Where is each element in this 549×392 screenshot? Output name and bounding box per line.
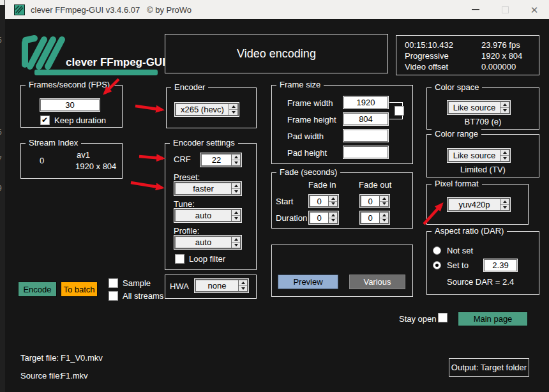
- output-target-folder-button[interactable]: Output: Target folder: [449, 358, 529, 377]
- color-space-spin-down[interactable]: [500, 107, 509, 113]
- fps-input[interactable]: [40, 99, 100, 111]
- spin-up-icon: [503, 103, 507, 106]
- encoder-spin-up[interactable]: [229, 104, 237, 109]
- fade-in-duration-up[interactable]: [329, 213, 337, 218]
- color-space-select[interactable]: Like source: [447, 100, 511, 115]
- main-page-button[interactable]: Main page: [458, 312, 528, 326]
- spin-up-icon: [382, 214, 386, 216]
- app-window: clever FFmpeg-GUI v3.4.6.07 © by ProWo ✕…: [5, 0, 549, 392]
- background-window-sliver: [0, 0, 4, 5]
- background-window-strip: 5 5 7 9: [0, 0, 5, 392]
- frame-height-input[interactable]: [343, 113, 388, 125]
- preset-select[interactable]: faster: [174, 181, 242, 196]
- profile-spin-up[interactable]: [232, 237, 240, 242]
- encoder-select[interactable]: x265 (hevc): [174, 102, 239, 117]
- stream-index-legend: Stream Index: [26, 138, 81, 148]
- fade-duration-label: Duration: [276, 213, 307, 223]
- fade-out-start-down[interactable]: [380, 201, 388, 207]
- keep-duration-label: Keep duration: [54, 116, 106, 125]
- fade-in-start-down[interactable]: [329, 201, 337, 207]
- preset-label: Preset:: [174, 172, 200, 182]
- color-range-select[interactable]: Like source: [447, 148, 511, 163]
- color-space-spin-up[interactable]: [500, 102, 509, 107]
- aspect-not-set-radio[interactable]: [433, 246, 441, 255]
- encode-button[interactable]: Encode: [18, 282, 57, 297]
- fade-in-start-up[interactable]: [329, 196, 337, 201]
- pixel-format-spin-down[interactable]: [500, 204, 509, 210]
- aspect-dar-input[interactable]: [484, 259, 517, 271]
- frame-width-input[interactable]: [343, 96, 388, 109]
- color-range-spin-up[interactable]: [500, 150, 509, 155]
- hwa-select[interactable]: none: [194, 278, 249, 293]
- stay-open-checkbox[interactable]: [438, 313, 447, 322]
- preset-spin-up[interactable]: [232, 183, 240, 188]
- fade-in-duration-spinner[interactable]: 0: [308, 211, 339, 225]
- stream-codec: av1: [77, 150, 90, 160]
- spin-up-icon: [234, 211, 238, 214]
- all-streams-checkbox[interactable]: [109, 291, 118, 301]
- pixel-format-select[interactable]: yuv420p: [447, 197, 511, 212]
- sample-label: Sample: [123, 278, 151, 288]
- keep-duration-checkbox[interactable]: [40, 116, 50, 125]
- hwa-label: HWA: [170, 282, 189, 291]
- aspect-set-to-radio[interactable]: [433, 261, 441, 269]
- color-range-detail: Limited (TV): [426, 165, 539, 174]
- arrow-encoder: [135, 106, 162, 110]
- crf-spin-up[interactable]: [232, 155, 240, 160]
- tune-spin-down[interactable]: [232, 215, 240, 221]
- encoder-legend: Encoder: [171, 82, 208, 93]
- source-dar-label: Source DAR = 2.4: [447, 277, 514, 287]
- fade-in-duration-down[interactable]: [329, 218, 337, 223]
- logo-text: clever FFmpeg-GUI: [66, 56, 165, 69]
- spin-down-icon: [382, 219, 386, 222]
- minimize-icon: [472, 9, 479, 10]
- frame-height-label: Frame height: [287, 115, 336, 124]
- link-dimensions-checkbox[interactable]: [395, 106, 404, 116]
- color-range-spin-down[interactable]: [500, 155, 509, 161]
- profile-select[interactable]: auto: [174, 235, 242, 250]
- media-fps: 23.976 fps: [481, 40, 520, 50]
- pad-height-input[interactable]: [343, 146, 388, 158]
- spin-down-icon: [234, 190, 238, 193]
- spin-down-icon: [234, 217, 238, 220]
- fps-group-legend: Frames/second (FPS): [26, 80, 113, 90]
- preview-button[interactable]: Preview: [278, 275, 338, 289]
- preset-value: faster: [175, 183, 231, 195]
- pad-height-label: Pad height: [287, 148, 327, 158]
- encoder-spin-down[interactable]: [229, 109, 237, 115]
- spin-down-icon: [331, 219, 335, 222]
- loop-filter-checkbox[interactable]: [175, 254, 184, 264]
- close-button[interactable]: ✕: [520, 0, 549, 19]
- profile-value: auto: [175, 236, 231, 248]
- fade-out-start-spinner[interactable]: 0: [359, 194, 390, 208]
- crf-spinner[interactable]: 22: [200, 153, 242, 167]
- media-scan-type: Progressive: [405, 51, 481, 61]
- fade-in-start-spinner[interactable]: 0: [308, 194, 339, 208]
- fade-in-column-header: Fade in: [308, 180, 336, 190]
- minimize-button[interactable]: [461, 0, 490, 19]
- fade-out-start-up[interactable]: [380, 196, 388, 201]
- profile-spin-down[interactable]: [232, 242, 240, 248]
- hwa-spin-up[interactable]: [239, 280, 247, 285]
- spin-down-icon: [503, 157, 507, 160]
- spin-up-icon: [331, 214, 335, 216]
- to-batch-button[interactable]: To batch: [61, 282, 98, 297]
- various-button[interactable]: Various: [349, 275, 405, 289]
- spin-up-icon: [331, 197, 335, 200]
- fade-out-duration-up[interactable]: [380, 213, 388, 218]
- fade-out-duration-down[interactable]: [380, 218, 388, 223]
- tune-label: Tune:: [174, 199, 195, 209]
- crf-spin-down[interactable]: [232, 160, 240, 165]
- pad-width-label: Pad width: [287, 132, 324, 141]
- sample-checkbox[interactable]: [109, 278, 118, 288]
- tune-spin-up[interactable]: [232, 210, 240, 215]
- pixel-format-spin-up[interactable]: [500, 199, 509, 204]
- aspect-set-to-label: Set to: [447, 260, 469, 270]
- fade-out-duration-spinner[interactable]: 0: [359, 211, 390, 225]
- maximize-button[interactable]: [490, 0, 520, 19]
- pad-width-input[interactable]: [343, 130, 388, 142]
- hwa-spin-down[interactable]: [239, 285, 247, 291]
- aspect-not-set-label: Not set: [447, 246, 473, 255]
- preset-spin-down[interactable]: [232, 188, 240, 194]
- tune-select[interactable]: auto: [174, 208, 242, 223]
